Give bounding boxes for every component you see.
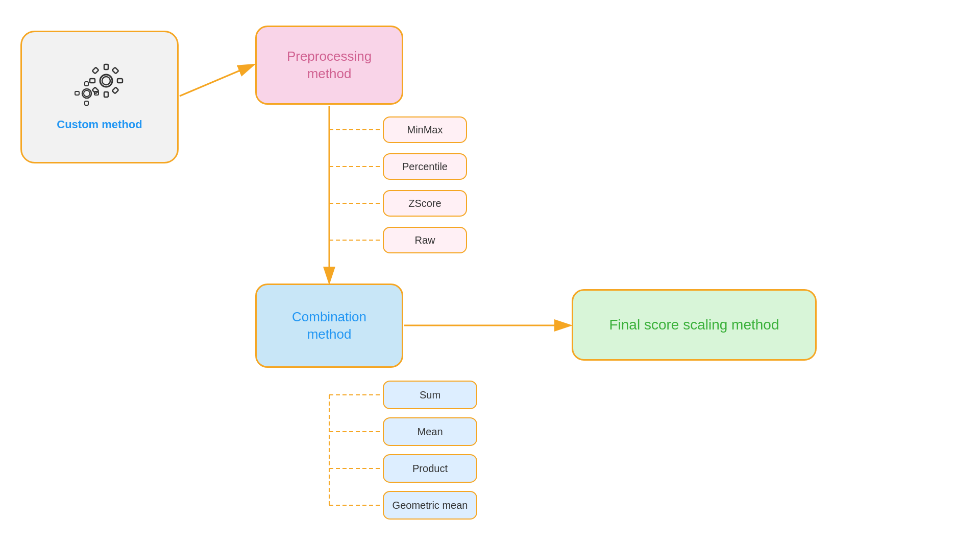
svg-rect-17 xyxy=(104,92,108,97)
combination-method-label: Combinationmethod xyxy=(292,309,366,343)
svg-rect-18 xyxy=(90,79,95,83)
combination-item-mean: Mean xyxy=(383,417,477,446)
combination-method-box: Combinationmethod xyxy=(255,284,403,368)
final-score-scaling-label: Final score scaling method xyxy=(609,316,779,334)
svg-point-24 xyxy=(102,77,110,85)
preprocessing-item-raw: Raw xyxy=(383,227,467,253)
combination-item-product: Product xyxy=(383,454,477,483)
combination-item-sum: Sum xyxy=(383,381,477,409)
custom-method-label: Custom method xyxy=(57,118,142,131)
svg-line-2 xyxy=(180,65,253,96)
preprocessing-method-box: Preprocessingmethod xyxy=(255,26,403,105)
svg-rect-21 xyxy=(112,87,119,94)
svg-point-30 xyxy=(84,90,90,97)
preprocessing-item-zscore: ZScore xyxy=(383,190,467,217)
svg-rect-16 xyxy=(104,64,108,69)
svg-rect-23 xyxy=(92,87,99,94)
combination-item-geometric-mean: Geometric mean xyxy=(383,491,477,520)
custom-method-box: Custom method xyxy=(20,31,179,163)
gear-icon xyxy=(71,63,128,111)
final-score-scaling-box: Final score scaling method xyxy=(572,289,817,361)
svg-rect-28 xyxy=(75,91,79,95)
svg-rect-26 xyxy=(85,82,88,86)
preprocessing-method-label: Preprocessingmethod xyxy=(287,48,372,83)
svg-rect-20 xyxy=(92,67,99,74)
diagram-container: Custom method Preprocessingmethod MinMax… xyxy=(0,0,980,542)
preprocessing-item-minmax: MinMax xyxy=(383,116,467,143)
preprocessing-item-percentile: Percentile xyxy=(383,153,467,180)
svg-rect-27 xyxy=(85,101,88,105)
svg-rect-22 xyxy=(112,67,119,74)
svg-rect-19 xyxy=(117,79,122,83)
